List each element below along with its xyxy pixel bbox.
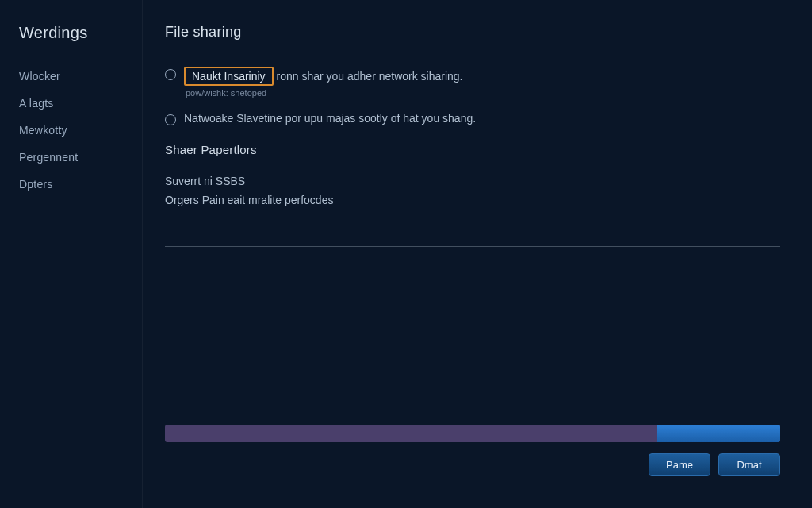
radio-label-highlighted: Naukt Insariniy (184, 67, 274, 86)
progress-bar (165, 425, 780, 442)
button-row: Pame Dmat (165, 453, 780, 476)
radio-icon[interactable] (165, 114, 176, 125)
sidebar-item-pergennent[interactable]: Pergennent (19, 144, 142, 171)
footer-divider (165, 246, 780, 247)
radio-subtext: pow/wishk: shetoped (184, 88, 780, 98)
sidebar: Werdings Wlocker A lagts Mewkotty Pergen… (0, 0, 143, 508)
sidebar-item-mewkotty[interactable]: Mewkotty (19, 117, 142, 144)
section-divider (165, 160, 780, 160)
secondary-button[interactable]: Dmat (718, 453, 780, 476)
property-line-2: Orgers Pain eait mralite perfocdes (165, 194, 780, 206)
sidebar-item-wlocker[interactable]: Wlocker (19, 63, 142, 90)
main-panel: File sharing Naukt Insariniy ronn shar y… (143, 0, 812, 508)
radio-trail-text: ronn shar you adher network siharing. (276, 70, 462, 83)
title-divider (165, 52, 780, 52)
sidebar-item-alagts[interactable]: A lagts (19, 90, 142, 117)
progress-fill (657, 425, 780, 442)
radio-option-2[interactable]: Natwoake Slavetine por upu majas sootly … (165, 112, 780, 125)
radio-icon[interactable] (165, 69, 176, 80)
page-title: File sharing (165, 24, 780, 40)
primary-button[interactable]: Pame (649, 453, 710, 476)
footer-area: Pame Dmat (165, 425, 780, 476)
property-line-1: Suverrt ni SSBS (165, 175, 780, 187)
radio-label: Natwoake Slavetine por upu majas sootly … (184, 112, 476, 125)
section-heading: Shaer Papertlors (165, 143, 780, 156)
radio-option-1[interactable]: Naukt Insariniy ronn shar you adher netw… (165, 67, 780, 98)
sidebar-title: Werdings (19, 24, 142, 42)
sidebar-item-dpters[interactable]: Dpters (19, 171, 142, 198)
